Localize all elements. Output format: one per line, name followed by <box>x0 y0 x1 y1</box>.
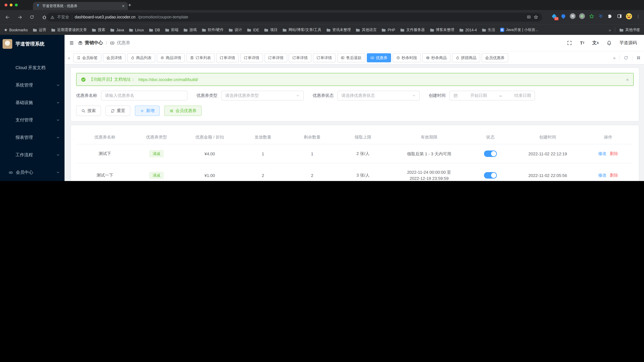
coupon-name-input[interactable]: 请输入优惠券名 <box>101 91 188 100</box>
address-bar[interactable]: 不安全 dashboard-vue3.yudao.iocoder.cn/prom… <box>46 13 542 22</box>
tabs-scroll-right-icon[interactable]: » <box>613 55 616 60</box>
layout-grid-icon[interactable] <box>636 56 641 60</box>
bookmark-site[interactable]: BJava开发 | 小组首... <box>500 28 538 32</box>
bookmark-folder[interactable]: 生活 <box>482 28 495 32</box>
bookmark-folder[interactable]: 其他语言 <box>356 28 377 32</box>
tabbar-divider <box>620 55 620 60</box>
locale-icon[interactable]: 文A <box>592 40 599 46</box>
tabs-scroll-left-icon[interactable]: « <box>68 55 70 60</box>
delete-link[interactable]: 删除 <box>610 151 618 156</box>
sidebar-item-member-center[interactable]: 会员中心 <box>0 164 64 181</box>
tab-order-list[interactable]: 订单列表 <box>186 53 214 62</box>
bookmark-folder[interactable]: IDE <box>247 28 259 32</box>
extension-pin-icon[interactable] <box>560 13 566 19</box>
bookmark-folder[interactable]: 近期需要读的文章 <box>51 28 87 32</box>
tab-order-detail[interactable]: 订单详情 <box>264 53 287 62</box>
coupon-name-label: 优惠券名称 <box>76 93 97 99</box>
new-tab-button[interactable]: + <box>126 1 134 9</box>
tab-groupon-product[interactable]: 拼团商品 <box>452 53 480 62</box>
collapse-menu-icon[interactable] <box>69 40 74 46</box>
other-bookmarks[interactable]: 其他书签 <box>619 28 640 32</box>
tab-member-coupon[interactable]: 会员优惠券 <box>482 53 508 62</box>
bookmark-folder[interactable]: 游戏 <box>183 28 197 32</box>
tab-member-detail[interactable]: 会员详情 <box>103 53 126 62</box>
bookmark-folder[interactable]: PHP <box>382 28 395 32</box>
install-icon[interactable] <box>526 15 531 19</box>
bookmark-folder[interactable]: 博客未整理 <box>430 28 454 32</box>
status-toggle[interactable] <box>484 151 497 157</box>
sidebar-item-system[interactable]: 系统管理 <box>0 77 64 94</box>
bookmark-folder[interactable]: 搜索 <box>92 28 105 32</box>
window-minimize-button[interactable] <box>10 4 12 7</box>
tab-seckill-product[interactable]: 秒杀商品 <box>422 53 450 62</box>
bookmark-folder[interactable]: 软件/硬件 <box>202 28 224 32</box>
member-coupon-button[interactable]: 会员优惠券 <box>164 106 202 116</box>
side-panel-icon[interactable] <box>616 13 623 19</box>
extension-dot-icon[interactable] <box>579 13 585 19</box>
tab-seckill-time[interactable]: 秒杀时段 <box>393 53 421 62</box>
reload-button[interactable] <box>27 12 37 22</box>
fullscreen-icon[interactable] <box>567 40 572 46</box>
sidebar-item-payment[interactable]: 支付管理 <box>0 111 64 129</box>
delete-link[interactable]: 删除 <box>610 173 618 178</box>
bookmark-folder[interactable]: 网站/博客/文章/工具 <box>282 28 321 32</box>
app-logo[interactable]: 芋道管理系统 <box>0 35 64 53</box>
sidebar-item-infra[interactable]: 基础设施 <box>0 94 64 111</box>
forward-button[interactable] <box>15 12 24 22</box>
bookmark-folder[interactable]: Java <box>110 28 124 32</box>
sidebar-item-cloud-docs[interactable]: Cloud 开发文档 <box>0 59 64 77</box>
edit-link[interactable]: 修改 <box>598 151 606 156</box>
window-zoom-button[interactable] <box>15 4 18 7</box>
tab-order-detail[interactable]: 订单详情 <box>240 53 263 62</box>
font-size-icon[interactable]: TT <box>580 40 584 46</box>
bookmark-star-icon[interactable] <box>534 15 538 19</box>
bell-icon[interactable] <box>606 40 612 46</box>
date-range-picker[interactable]: 开始日期 – 结束日期 <box>450 91 535 100</box>
tab-order-detail[interactable]: 订单详情 <box>216 53 239 62</box>
extension-pinned-icon[interactable]: 12 <box>551 13 557 19</box>
sidebar-item-workflow[interactable]: 工作流程 <box>0 146 64 164</box>
tab-order-detail[interactable]: 订单详情 <box>289 53 311 62</box>
notice-link[interactable]: https://doc.iocoder.cn/mall/build/ <box>138 77 198 82</box>
search-button[interactable]: 搜索 <box>76 106 101 116</box>
username[interactable]: 芋道源码 <box>620 40 637 46</box>
sidebar-item-report[interactable]: 报表管理 <box>0 129 64 146</box>
bookmark-folder[interactable]: 2014-4 <box>459 28 477 32</box>
bookmark-folder[interactable]: 运营 <box>32 28 46 32</box>
extensions-puzzle-icon[interactable] <box>607 13 613 19</box>
bookmark-folder[interactable]: 文件服务器 <box>400 28 425 32</box>
back-button[interactable] <box>2 12 12 22</box>
bookmark-folder[interactable]: 前端 <box>165 28 178 32</box>
browser-tab[interactable]: 芋道管理系统 - 优惠券 ✕ <box>33 2 128 10</box>
add-button[interactable]: 新增 <box>135 106 160 116</box>
bookmark-folder[interactable]: Linux <box>129 28 144 32</box>
refresh-view-icon[interactable] <box>624 56 628 60</box>
reset-button[interactable]: 重置 <box>106 106 130 116</box>
tab-refund[interactable]: 售后退款 <box>337 53 365 62</box>
bookmark-folder[interactable]: 设计 <box>228 28 242 32</box>
cell-issued: 1 <box>239 144 287 163</box>
extension-chevrons-icon[interactable] <box>598 13 604 19</box>
extension-star-icon[interactable] <box>588 13 595 19</box>
extension-cmd-icon[interactable]: ⌘ <box>570 13 576 19</box>
tab-product-detail[interactable]: 商品详情 <box>157 53 185 62</box>
profile-avatar[interactable] <box>626 13 632 19</box>
coupon-type-select[interactable]: 请选择优惠券类型 <box>221 91 304 100</box>
window-close-button[interactable] <box>4 4 8 7</box>
bookmark-folder[interactable]: 项目 <box>264 28 278 32</box>
tab-product-list[interactable]: 商品列表 <box>127 53 155 62</box>
bookmarks-overflow-icon[interactable]: » <box>608 27 611 33</box>
bookmark-folder[interactable]: DB <box>149 28 160 32</box>
tab-close-icon[interactable]: ✕ <box>122 4 125 8</box>
tab-order-detail[interactable]: 订单详情 <box>313 53 336 62</box>
breadcrumb-section[interactable]: 营销中心 <box>85 40 103 46</box>
bookmarks-root[interactable]: ★Bookmarks <box>4 28 28 32</box>
close-icon[interactable]: × <box>626 77 629 82</box>
bookmark-folder[interactable]: 资讯未整理 <box>326 28 351 32</box>
edit-link[interactable]: 修改 <box>598 173 606 178</box>
browser-menu-icon[interactable]: ⋮ <box>635 13 642 19</box>
coupon-status-select[interactable]: 请选择优惠券状态 <box>338 91 420 100</box>
tab-coupon-active[interactable]: 优惠券 <box>367 53 391 62</box>
status-toggle[interactable] <box>484 172 497 179</box>
tab-member-tag[interactable]: 会员标签 <box>73 53 101 62</box>
